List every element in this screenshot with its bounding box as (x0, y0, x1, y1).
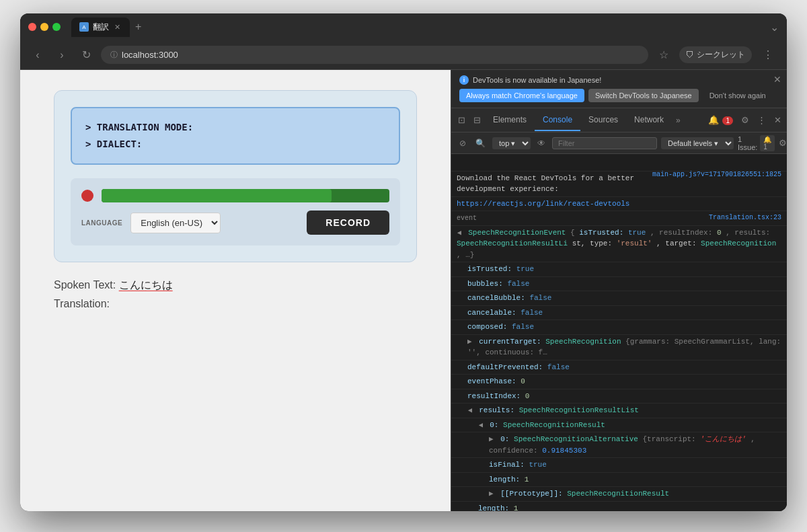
device-icon[interactable]: ⊟ (469, 115, 485, 125)
file-link-translation[interactable]: Translation.tsx:23 (709, 213, 781, 223)
bookmark-button[interactable]: ☆ (654, 46, 674, 64)
level-selector[interactable]: Default levels ▾ (661, 137, 734, 149)
console-text (457, 159, 674, 167)
eye-icon-button[interactable]: 👁 (535, 137, 548, 149)
console-output[interactable]: main-app.js?v=1717901826551:1825 Downloa… (451, 154, 787, 511)
back-button[interactable]: ‹ (28, 46, 47, 65)
close-window-button[interactable] (28, 23, 36, 31)
dont-show-button[interactable]: Don't show again (703, 89, 773, 102)
tab-elements[interactable]: Elements (485, 110, 535, 131)
banner-title: i DevTools is now available in Japanese! (459, 75, 779, 85)
incognito-button[interactable]: ⛉ シークレット (679, 46, 752, 63)
recording-bar-row (81, 189, 389, 202)
devtools-panel: i DevTools is now available in Japanese!… (451, 70, 787, 511)
issue-label: 1 Issue: (738, 135, 757, 151)
url-bar[interactable]: ⓘ localhost:3000 (101, 46, 648, 64)
new-tab-button[interactable]: + (132, 21, 144, 33)
file-link-main[interactable]: main-app.js?v=1717901826551:1825 (652, 169, 781, 180)
incognito-icon: ⛉ (686, 50, 694, 60)
reload-button[interactable]: ↻ (77, 46, 95, 65)
banner-text: DevTools is now available in Japanese! (473, 76, 601, 84)
prop-results: ▼ results: SpeechRecognitionResultList (451, 404, 787, 418)
prop-isFinal: isFinal: true (451, 458, 787, 473)
issue-badge: 1 Issue: 🔔 1 (738, 135, 775, 151)
settings-icon[interactable]: ⚙ (738, 114, 752, 126)
tab-area: A 翻訳 ✕ + (71, 17, 144, 37)
console-line: main-app.js?v=1717901826551:1825 (451, 157, 787, 172)
expand-currentTarget[interactable]: ▶ (467, 336, 472, 348)
translation-row: Translation: (54, 298, 417, 310)
filter-input[interactable] (552, 137, 657, 149)
tab-close-button[interactable]: ✕ (113, 23, 122, 32)
match-language-button[interactable]: Always match Chrome's language (459, 89, 584, 102)
expand-button[interactable]: ⌄ (770, 21, 779, 34)
recording-indicator (81, 190, 93, 202)
banner-close-button[interactable]: ✕ (773, 74, 781, 85)
more-tabs-button[interactable]: » (672, 116, 685, 125)
close-devtools-button[interactable]: ✕ (771, 114, 784, 126)
console-event-line: event Translation.tsx:23 (451, 211, 787, 226)
translation-mode-line: > TRANSLATION MODE: (85, 119, 385, 136)
title-bar: A 翻訳 ✕ + ⌄ (20, 13, 787, 40)
menu-button[interactable]: ⋮ (757, 46, 779, 64)
prop-resultlist-length: length: 1 (451, 502, 787, 512)
url-text: localhost:3000 (122, 50, 178, 60)
spoken-text-row: Spoken Text: こんにちは (54, 278, 417, 293)
recording-section: LANGUAGE English (en-US) RECORD (71, 178, 400, 245)
prop-result-length: length: 1 (451, 473, 787, 488)
expand-results[interactable]: ▼ (464, 408, 475, 413)
prop-defaultPrevented: defaultPrevented: false (451, 360, 787, 375)
incognito-label: シークレット (697, 49, 745, 61)
tab-console[interactable]: Console (535, 110, 580, 131)
prop-bubbles: bubbles: false (451, 277, 787, 292)
devtools-toolbar: ⊘ 🔍 top ▾ 👁 Default levels ▾ 1 Issue: 🔔 … (451, 132, 787, 154)
console-settings-button[interactable]: ⚙ (779, 138, 787, 148)
language-row: LANGUAGE English (en-US) RECORD (81, 211, 389, 235)
app-card: > TRANSLATION MODE: > DIALECT: LANGUAGE … (54, 90, 417, 262)
prop-composed: composed: false (451, 320, 787, 335)
browser-window: A 翻訳 ✕ + ⌄ ‹ › ↻ ⓘ localhost:3000 ☆ ⛉ シー… (20, 13, 787, 511)
console-react-link-line: https://reactjs.org/link/react-devtools (451, 197, 787, 212)
audio-level-fill (102, 189, 332, 202)
devtools-tab-actions: 🔔 1 ⚙ ⋮ ✕ (705, 114, 784, 126)
audio-level-bar (102, 189, 389, 202)
prop-alternative: ▶ 0: SpeechRecognitionAlternative {trans… (451, 432, 787, 458)
filter-icon-button[interactable]: 🔍 (473, 137, 488, 149)
prop-resultIndex: resultIndex: 0 (451, 389, 787, 404)
react-devtools-link[interactable]: https://reactjs.org/link/react-devtools (457, 200, 629, 208)
tab-label: 翻訳 (93, 22, 109, 33)
devtools-tabs: ⊡ ⊟ Elements Console Sources Network » 🔔… (451, 108, 787, 132)
translation-file-link[interactable]: Translation.tsx:23 (709, 214, 781, 221)
translation-label: Translation: (54, 298, 110, 309)
minimize-window-button[interactable] (40, 23, 48, 31)
clear-console-button[interactable]: ⊘ (457, 137, 469, 149)
prop-isTrusted: isTrusted: true (451, 262, 787, 277)
expand-result-0[interactable]: ▼ (475, 422, 486, 427)
forward-button[interactable]: › (52, 46, 71, 65)
banner-buttons: Always match Chrome's language Switch De… (459, 89, 779, 102)
language-select[interactable]: English (en-US) (130, 213, 221, 233)
object-class: SpeechRecognitionEvent (468, 229, 570, 237)
address-bar: ‹ › ↻ ⓘ localhost:3000 ☆ ⛉ シークレット ⋮ (20, 40, 787, 70)
context-selector[interactable]: top ▾ (492, 137, 531, 149)
issues-button[interactable]: 🔔 1 (705, 114, 736, 126)
expand-alternative[interactable]: ▶ (489, 434, 494, 445)
prop-cancelable: cancelable: false (451, 306, 787, 321)
active-tab[interactable]: A 翻訳 ✕ (71, 17, 130, 37)
switch-japanese-button[interactable]: Switch DevTools to Japanese (588, 89, 699, 102)
more-options-icon[interactable]: ⋮ (755, 114, 769, 126)
record-button[interactable]: RECORD (307, 211, 389, 235)
issue-count: 🔔 1 (760, 135, 775, 151)
maximize-window-button[interactable] (52, 23, 61, 31)
prop-results-0: ▼ 0: SpeechRecognitionResult (451, 418, 787, 433)
expand-result-proto[interactable]: ▶ (489, 488, 494, 500)
tab-favicon: A (79, 22, 89, 32)
tab-sources[interactable]: Sources (580, 110, 626, 131)
traffic-lights (28, 23, 61, 31)
download-text: Download the React DevTools for a better… (457, 174, 634, 194)
tab-network[interactable]: Network (626, 110, 672, 131)
object-header-line: ▼ SpeechRecognitionEvent { isTrusted: tr… (451, 226, 787, 263)
inspect-icon[interactable]: ⊡ (454, 115, 469, 125)
expand-arrow[interactable]: ▼ (453, 230, 465, 235)
dialect-line: > DIALECT: (85, 136, 385, 153)
